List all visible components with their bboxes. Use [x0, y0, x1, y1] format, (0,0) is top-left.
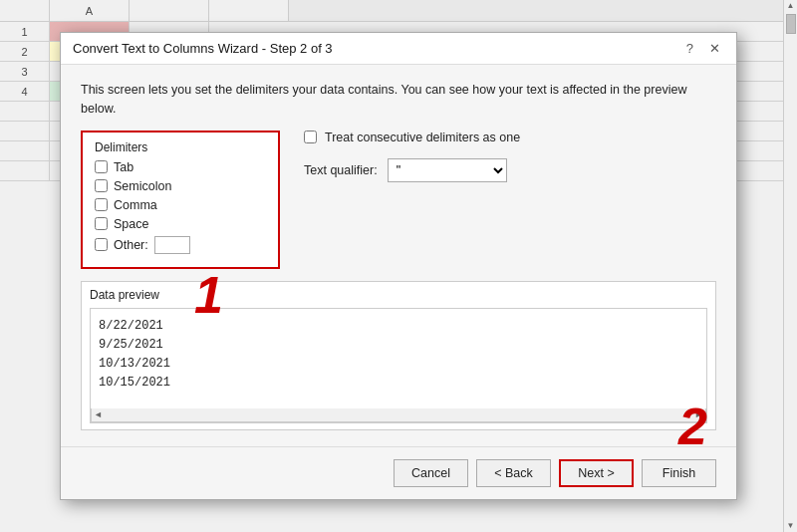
space-checkbox[interactable]	[95, 217, 108, 230]
dialog-title: Convert Text to Columns Wizard - Step 2 …	[73, 41, 333, 56]
delimiter-comma-row: Comma	[95, 198, 266, 212]
tab-label[interactable]: Tab	[114, 160, 133, 174]
comma-checkbox[interactable]	[95, 198, 108, 211]
data-preview-title: Data preview	[90, 288, 707, 302]
close-button[interactable]: ✕	[705, 41, 724, 56]
finish-button[interactable]: Finish	[642, 459, 716, 487]
right-section: Treat consecutive delimiters as one Text…	[304, 131, 716, 269]
data-preview-content: 8/22/2021 9/25/2021 10/13/2021 10/15/202…	[91, 309, 706, 408]
data-preview-section: Data preview 8/22/2021 9/25/2021 10/13/2…	[81, 281, 716, 430]
other-checkbox[interactable]	[95, 238, 108, 251]
space-label[interactable]: Space	[114, 217, 148, 231]
scroll-up-arrow[interactable]: ▲	[787, 2, 795, 10]
next-button[interactable]: Next >	[559, 459, 634, 487]
main-content-row: Delimiters Tab Semicolon Comma	[81, 131, 716, 269]
consecutive-row: Treat consecutive delimiters as one	[304, 131, 716, 144]
comma-label[interactable]: Comma	[114, 198, 157, 212]
scroll-down-arrow[interactable]: ▼	[787, 522, 795, 530]
description-text: This screen lets you set the delimiters …	[81, 81, 716, 119]
preview-line-3: 10/13/2021	[99, 355, 698, 374]
delimiter-other-row: Other:	[95, 236, 266, 254]
scrollbar-thumb[interactable]	[786, 14, 796, 34]
delimiter-tab-row: Tab	[95, 160, 266, 174]
delimiters-section: Delimiters Tab Semicolon Comma	[81, 131, 280, 269]
qualifier-select[interactable]: " ' {none}	[388, 158, 507, 182]
consecutive-label[interactable]: Treat consecutive delimiters as one	[325, 131, 520, 144]
titlebar-controls: ? ✕	[682, 41, 724, 56]
delimiter-semicolon-row: Semicolon	[95, 179, 266, 193]
qualifier-row: Text qualifier: " ' {none}	[304, 158, 716, 182]
other-input[interactable]	[154, 236, 190, 254]
scroll-right-arrow[interactable]: ►	[694, 409, 703, 419]
tab-checkbox[interactable]	[95, 160, 108, 173]
semicolon-label[interactable]: Semicolon	[114, 179, 171, 193]
other-label[interactable]: Other:	[114, 238, 148, 252]
consecutive-checkbox[interactable]	[304, 131, 317, 143]
dialog-body: This screen lets you set the delimiters …	[61, 65, 736, 446]
help-button[interactable]: ?	[682, 41, 697, 56]
preview-h-scrollbar[interactable]: ◄ ►	[91, 408, 706, 422]
delimiters-title: Delimiters	[95, 140, 266, 154]
semicolon-checkbox[interactable]	[95, 179, 108, 192]
cancel-button[interactable]: Cancel	[394, 459, 468, 487]
dialog-footer: Cancel < Back Next > Finish	[61, 446, 736, 499]
delimiter-space-row: Space	[95, 217, 266, 231]
qualifier-label: Text qualifier:	[304, 163, 378, 177]
scroll-left-arrow[interactable]: ◄	[94, 409, 103, 419]
dialog-container: Convert Text to Columns Wizard - Step 2 …	[60, 32, 737, 500]
preview-line-2: 9/25/2021	[99, 336, 698, 355]
preview-line-4: 10/15/2021	[99, 374, 698, 393]
back-button[interactable]: < Back	[476, 459, 551, 487]
preview-scrollbar[interactable]: ▲ ▼	[783, 0, 797, 532]
preview-line-1: 8/22/2021	[99, 317, 698, 336]
dialog-titlebar: Convert Text to Columns Wizard - Step 2 …	[61, 33, 736, 65]
